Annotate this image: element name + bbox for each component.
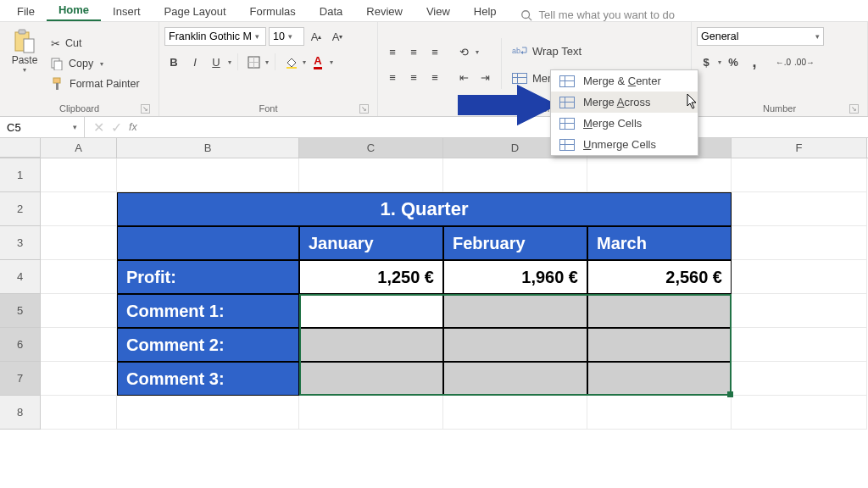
tell-me-search[interactable]: Tell me what you want to do — [509, 8, 675, 21]
font-color-button[interactable]: A — [309, 53, 327, 71]
profit-label[interactable]: Profit: — [117, 260, 299, 294]
svg-point-0 — [521, 10, 529, 18]
italic-button[interactable]: I — [186, 53, 204, 71]
align-right-button[interactable]: ≡ — [426, 68, 444, 86]
tab-view[interactable]: View — [415, 3, 462, 21]
underline-button[interactable]: U — [207, 53, 225, 71]
cell-e6[interactable] — [587, 328, 732, 362]
comment2-label[interactable]: Comment 2: — [117, 328, 299, 362]
number-launcher[interactable]: ↘ — [849, 104, 859, 114]
increase-font-button[interactable]: A▴ — [307, 27, 326, 46]
cell-d5[interactable] — [443, 294, 587, 328]
comment3-label[interactable]: Comment 3: — [117, 362, 299, 396]
svg-rect-7 — [53, 78, 60, 83]
decrease-decimal-button[interactable]: .00→ — [795, 53, 814, 71]
brush-icon — [51, 77, 64, 91]
insert-function-icon[interactable]: fx — [129, 121, 137, 133]
name-box[interactable]: C5▾ — [0, 117, 85, 137]
percent-button[interactable]: % — [724, 53, 743, 71]
font-name-combo[interactable]: Franklin Gothic M▾ — [164, 27, 266, 46]
row-header-5[interactable]: 5 — [0, 294, 41, 328]
decrease-font-button[interactable]: A▾ — [328, 27, 347, 46]
select-all-corner[interactable] — [0, 138, 41, 158]
borders-button[interactable] — [244, 53, 263, 71]
fill-color-button[interactable] — [281, 53, 300, 71]
font-launcher[interactable]: ↘ — [359, 104, 369, 114]
ribbon: Paste ▾ ✂Cut Copy▾ Format Painter Clipbo… — [0, 22, 868, 117]
format-painter-button[interactable]: Format Painter — [47, 75, 143, 93]
tab-help[interactable]: Help — [462, 3, 509, 21]
profit-mar[interactable]: 2,560 € — [587, 260, 732, 294]
cut-button[interactable]: ✂Cut — [47, 34, 143, 53]
row-header-1[interactable]: 1 — [0, 158, 41, 192]
paste-icon — [14, 29, 36, 54]
wrap-text-button[interactable]: abWrap Text — [509, 41, 631, 61]
menu-merge-center[interactable]: Merge & Center — [551, 70, 698, 92]
tab-home[interactable]: Home — [47, 1, 101, 21]
enter-formula-icon[interactable]: ✓ — [111, 119, 122, 136]
cells-area[interactable]: 1. Quarter January February March Profit… — [41, 158, 867, 430]
menu-unmerge-cells[interactable]: Unmerge Cells — [551, 134, 698, 155]
cell-d7[interactable] — [443, 362, 587, 396]
clipboard-launcher[interactable]: ↘ — [141, 104, 150, 114]
row-header-4[interactable]: 4 — [0, 260, 41, 294]
col-header-b[interactable]: B — [117, 138, 299, 158]
tutorial-arrow — [458, 85, 559, 129]
col-header-c[interactable]: C — [299, 138, 443, 158]
col-header-a[interactable]: A — [41, 138, 117, 158]
cell-d6[interactable] — [443, 328, 587, 362]
paste-button[interactable]: Paste ▾ — [5, 25, 44, 102]
profit-jan[interactable]: 1,250 € — [299, 260, 443, 294]
profit-feb[interactable]: 1,960 € — [443, 260, 587, 294]
month-mar[interactable]: March — [587, 226, 732, 260]
tell-me-label: Tell me what you want to do — [539, 8, 675, 21]
cell-c6[interactable] — [299, 328, 443, 362]
month-feb[interactable]: February — [443, 226, 587, 260]
group-label-font: Font — [259, 103, 277, 114]
bold-button[interactable]: B — [164, 53, 183, 71]
increase-decimal-button[interactable]: ←.0 — [774, 53, 793, 71]
comment1-label[interactable]: Comment 1: — [117, 294, 299, 328]
align-top-button[interactable]: ≡ — [383, 42, 402, 61]
align-bottom-button[interactable]: ≡ — [426, 42, 444, 61]
col-header-f[interactable]: F — [732, 138, 867, 158]
increase-indent-button[interactable]: ⇥ — [476, 68, 494, 86]
merge-cells-icon — [559, 118, 575, 130]
decrease-indent-button[interactable]: ⇤ — [454, 68, 473, 86]
font-size-combo[interactable]: 10▾ — [269, 27, 304, 46]
table-title[interactable]: 1. Quarter — [117, 192, 732, 226]
group-label-number: Number — [763, 103, 796, 114]
align-middle-button[interactable]: ≡ — [404, 42, 423, 61]
row-header-7[interactable]: 7 — [0, 362, 41, 396]
tab-review[interactable]: Review — [354, 3, 415, 21]
group-label-clipboard: Clipboard — [59, 103, 99, 114]
merge-dropdown-menu: Merge & Center Merge Across Merge Cells … — [550, 69, 698, 156]
align-center-button[interactable]: ≡ — [404, 68, 423, 86]
tab-data[interactable]: Data — [308, 3, 354, 21]
row-header-6[interactable]: 6 — [0, 328, 41, 362]
menu-merge-across[interactable]: Merge Across — [551, 92, 698, 113]
orientation-button[interactable]: ⟲ — [454, 42, 473, 61]
comma-button[interactable]: , — [745, 53, 764, 71]
tab-pagelayout[interactable]: Page Layout — [153, 3, 238, 21]
wrap-icon: ab — [512, 45, 527, 57]
svg-text:ab: ab — [512, 47, 520, 55]
align-left-button[interactable]: ≡ — [383, 68, 402, 86]
row-header-3[interactable]: 3 — [0, 226, 41, 260]
menu-merge-cells[interactable]: Merge Cells — [551, 113, 698, 134]
cell-e5[interactable] — [587, 294, 732, 328]
tab-file[interactable]: File — [5, 3, 47, 21]
row-header-8[interactable]: 8 — [0, 396, 41, 430]
accounting-button[interactable]: $ — [697, 53, 715, 71]
svg-rect-12 — [287, 67, 297, 69]
row-header-2[interactable]: 2 — [0, 192, 41, 226]
tab-insert[interactable]: Insert — [101, 3, 153, 21]
tab-formulas[interactable]: Formulas — [238, 3, 308, 21]
cell-e7[interactable] — [587, 362, 732, 396]
cancel-formula-icon[interactable]: ✕ — [93, 119, 104, 136]
month-jan[interactable]: January — [299, 226, 443, 260]
cell-c5[interactable] — [299, 294, 443, 328]
number-format-combo[interactable]: General▾ — [697, 27, 824, 46]
copy-button[interactable]: Copy▾ — [47, 54, 143, 73]
cell-c7[interactable] — [299, 362, 443, 396]
